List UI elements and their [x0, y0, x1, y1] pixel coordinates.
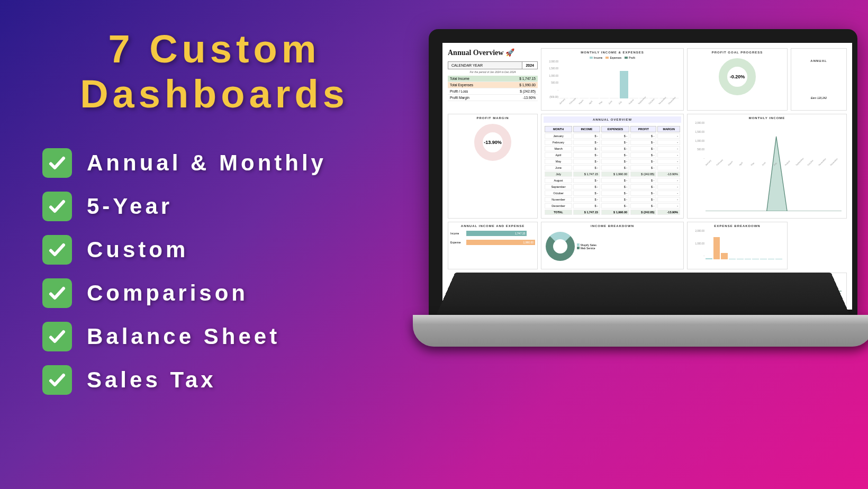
feature-label: Balance Sheet	[87, 324, 280, 349]
check-icon	[42, 322, 72, 351]
feature-label: Custom	[87, 237, 188, 262]
annual-goal-partial: ANNUAL Earn 120,242	[791, 48, 847, 111]
calendar-year-selector[interactable]: CALENDAR YEAR 2024	[448, 61, 538, 69]
check-icon	[42, 235, 72, 265]
feature-item: Comparison	[42, 278, 386, 308]
summary-row: Profit / Loss$ (242.85)	[448, 88, 538, 95]
feature-label: Comparison	[87, 280, 248, 306]
annual-overview-table: ANNUAL OVERVIEW MONTHINCOMEEXPENSESPROFI…	[541, 114, 684, 219]
monthly-income-chart: MONTHLY INCOME 2,000.001,500.001,000.005…	[687, 114, 847, 219]
check-icon	[42, 192, 72, 221]
feature-item: Balance Sheet	[42, 322, 386, 351]
feature-list: Annual & Monthly5-YearCustomComparisonBa…	[42, 148, 386, 395]
monthly-income-expenses-chart: MONTHLY INCOME & EXPENSES Income Expense…	[541, 48, 684, 111]
feature-label: Sales Tax	[87, 367, 216, 393]
summary-row: Total Expenses$ 1,990.00	[448, 82, 538, 88]
laptop-mockup: Annual Overview 🚀 CALENDAR YEAR 2024 For…	[413, 29, 868, 347]
feature-label: 5-Year	[87, 194, 173, 219]
profit-goal-progress: PROFIT GOAL PROGRESS -0.20%	[687, 48, 788, 111]
feature-item: Sales Tax	[42, 365, 386, 395]
check-icon	[42, 365, 72, 395]
profit-margin-card: PROFIT MARGIN -13.90%	[448, 114, 538, 219]
period-note: For the period of Jan 2024 to Dec 2024	[448, 70, 538, 74]
feature-label: Annual & Monthly	[87, 150, 327, 176]
feature-item: Annual & Monthly	[42, 148, 386, 178]
expense-breakdown-chart: EXPENSE BREAKDOWN 2,000.001,000.00-	[687, 222, 788, 269]
feature-item: Custom	[42, 235, 386, 265]
check-icon	[42, 278, 72, 308]
overview-block: Annual Overview 🚀 CALENDAR YEAR 2024 For…	[448, 48, 538, 111]
annual-income-expense-bars: ANNUAL INCOME AND EXPENSE Income1,747.15…	[448, 222, 538, 269]
summary-row: Total Income$ 1,747.15	[448, 76, 538, 82]
income-breakdown-chart: INCOME BREAKDOWN Shopify Sales Web Servi…	[541, 222, 684, 269]
feature-item: 5-Year	[42, 192, 386, 221]
summary-row: Profit Margin-13.90%	[448, 95, 538, 101]
hero-title: 7 Custom Dashboards	[42, 26, 386, 116]
check-icon	[42, 148, 72, 178]
dashboard-title: Annual Overview 🚀	[448, 48, 538, 57]
